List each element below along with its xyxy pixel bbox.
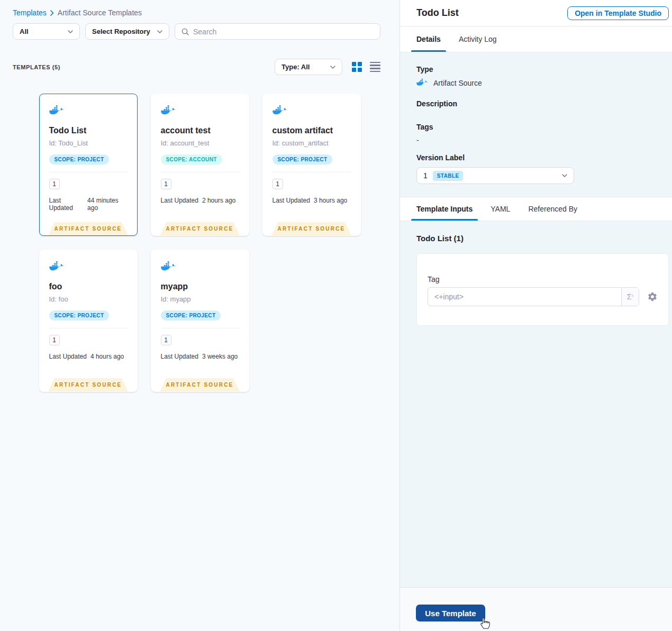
filter-row: All Select Repository Search (13, 23, 380, 40)
panel-title: Todo List (416, 7, 459, 19)
expression-sigma-icon[interactable]: Σx (621, 288, 639, 306)
docker-whale-icon (49, 105, 65, 117)
use-template-button[interactable]: Use Template (416, 605, 485, 621)
template-card-name: custom artifact (273, 126, 351, 135)
last-updated: Last Updated 3 hours ago (273, 197, 351, 204)
chevron-down-icon (68, 30, 73, 33)
tag-field-label: Tag (428, 275, 658, 284)
breadcrumb-templates-link[interactable]: Templates (13, 8, 47, 17)
template-card-id: Id: myapp (161, 295, 239, 303)
tag-input-value: <+input> (428, 288, 621, 306)
last-updated: Last Updated 44 minutes ago (49, 197, 128, 212)
search-placeholder: Search (193, 28, 216, 36)
docker-whale-icon (49, 261, 65, 273)
gear-icon[interactable] (647, 291, 658, 302)
template-card[interactable]: account test Id: account_test SCOPE: ACC… (151, 94, 249, 236)
list-header: TEMPLATES (5) Type: All (13, 59, 380, 75)
tags-label: Tags (416, 123, 665, 131)
template-card-name: myapp (161, 282, 239, 291)
details-section: Type Artifact Source Description Tags - … (400, 52, 672, 197)
chevron-down-icon (330, 66, 335, 69)
description-label: Description (416, 99, 665, 108)
tags-value: - (416, 136, 665, 144)
breadcrumb-chevron-icon (50, 10, 54, 16)
version-select[interactable]: 1 STABLE (416, 167, 574, 184)
type-label: Type (416, 65, 665, 74)
tag-input[interactable]: <+input> Σx (428, 287, 639, 306)
card-divider (161, 172, 239, 172)
card-divider (161, 328, 239, 328)
template-card-name: account test (161, 126, 239, 135)
scope-badge: SCOPE: PROJECT (273, 154, 333, 164)
breadcrumb-current: Artifact Source Templates (58, 8, 142, 17)
grid-view-icon[interactable] (352, 62, 362, 72)
artifact-source-tag: ARTIFACT SOURCE (160, 222, 240, 235)
stable-badge: STABLE (433, 171, 464, 181)
version-count-chip: 1 (49, 335, 60, 345)
scope-filter-select[interactable]: All (13, 23, 80, 40)
template-card[interactable]: custom artifact Id: custom_artifact SCOP… (262, 94, 361, 236)
last-updated: Last Updated 4 hours ago (49, 353, 128, 360)
template-inputs-content: Todo List (1) Tag <+input> Σx (400, 221, 672, 587)
type-value-row: Artifact Source (416, 78, 665, 88)
artifact-source-tag: ARTIFACT SOURCE (160, 378, 240, 391)
scope-badge: SCOPE: PROJECT (161, 310, 221, 321)
list-view-icon[interactable] (370, 62, 380, 72)
template-card-id: Id: custom_artifact (273, 139, 351, 147)
last-updated: Last Updated 2 hours ago (161, 197, 239, 204)
card-divider (49, 172, 128, 172)
view-toggle (352, 62, 380, 72)
version-count-chip: 1 (161, 335, 171, 345)
tab-details[interactable]: Details (416, 26, 441, 52)
version-label: Version Label (416, 153, 665, 162)
version-count-chip: 1 (273, 179, 283, 189)
tab-activity-log[interactable]: Activity Log (459, 26, 497, 52)
repository-filter-select[interactable]: Select Repository (85, 23, 169, 40)
template-card-id: Id: Todo_List (49, 139, 128, 147)
search-icon (181, 28, 189, 35)
card-divider (49, 328, 128, 328)
version-value: 1 (423, 171, 428, 180)
type-value: Artifact Source (433, 79, 482, 87)
last-updated: Last Updated 3 weeks ago (161, 353, 239, 360)
template-list-panel: Templates Artifact Source Templates All … (0, 0, 400, 631)
template-card-name: Todo List (49, 126, 128, 135)
docker-whale-icon (416, 78, 429, 88)
artifact-source-tag: ARTIFACT SOURCE (48, 378, 128, 391)
tab-referenced-by[interactable]: Referenced By (528, 197, 577, 221)
template-card[interactable]: foo Id: foo SCOPE: PROJECT 1 Last Update… (39, 250, 138, 392)
inputs-card: Tag <+input> Σx (416, 253, 669, 326)
templates-grid: Todo List Id: Todo_List SCOPE: PROJECT 1… (39, 94, 361, 392)
template-card[interactable]: myapp Id: myapp SCOPE: PROJECT 1 Last Up… (151, 250, 249, 392)
scope-badge: SCOPE: PROJECT (49, 310, 110, 321)
list-header-controls: Type: All (275, 59, 380, 75)
chevron-down-icon (157, 30, 162, 33)
scope-badge: SCOPE: PROJECT (49, 154, 110, 164)
details-tab-bar: Details Activity Log (400, 26, 672, 52)
artifact-source-tag: ARTIFACT SOURCE (48, 222, 128, 235)
open-in-template-studio-button[interactable]: Open in Template Studio (567, 6, 669, 20)
chevron-down-icon (562, 174, 567, 177)
inputs-tab-bar: Template Inputs YAML Referenced By (400, 197, 672, 221)
template-card-name: foo (49, 282, 128, 291)
template-details-panel: Todo List Open in Template Studio Detail… (400, 0, 672, 631)
version-count-chip: 1 (161, 179, 171, 189)
tab-yaml[interactable]: YAML (491, 197, 510, 221)
search-input[interactable]: Search (175, 23, 380, 40)
template-card-id: Id: account_test (161, 139, 239, 147)
template-library-app: Templates Artifact Source Templates All … (0, 0, 672, 631)
card-divider (273, 172, 351, 172)
version-count-chip: 1 (49, 179, 60, 189)
templates-count-label: TEMPLATES (5) (13, 64, 60, 70)
docker-whale-icon (161, 261, 177, 273)
docker-whale-icon (273, 105, 288, 117)
template-card[interactable]: Todo List Id: Todo_List SCOPE: PROJECT 1… (39, 94, 138, 236)
breadcrumb: Templates Artifact Source Templates (13, 8, 399, 17)
details-panel-header: Todo List Open in Template Studio (400, 0, 672, 26)
template-card-id: Id: foo (49, 295, 128, 303)
docker-whale-icon (161, 105, 177, 117)
tab-template-inputs[interactable]: Template Inputs (416, 197, 473, 221)
inputs-heading: Todo List (1) (416, 234, 669, 243)
tag-input-row: <+input> Σx (428, 287, 658, 306)
type-filter-select[interactable]: Type: All (275, 59, 342, 75)
